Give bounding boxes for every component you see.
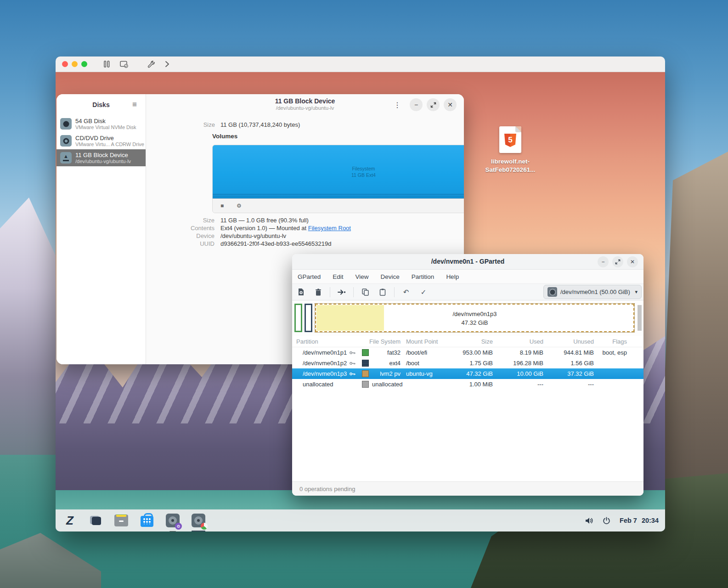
caret-down-icon: ▾ — [635, 289, 638, 295]
menu-view[interactable]: View — [356, 273, 369, 280]
gparted-window-title: /dev/nvme0n1 - GParted — [292, 258, 643, 265]
chevron-right-icon[interactable] — [165, 61, 169, 68]
running-indicator — [169, 531, 176, 531]
sidebar-item-11gb-block-device[interactable]: ▲ 11 GB Block Device /dev/ubuntu-vg/ubun… — [56, 149, 146, 166]
volume-details: Size 11 GB — 1.0 GB free (90.3% full) Co… — [146, 217, 459, 248]
partition-table-header: Partition File System Mount Point Size U… — [292, 336, 643, 347]
undo-icon[interactable]: ↶ — [397, 285, 415, 299]
partition-segment-p3-selected[interactable]: /dev/nvme0n1p3 47.32 GiB — [315, 304, 634, 332]
snapshot-icon[interactable] — [120, 61, 129, 68]
disks-headerbar: 11 GB Block Device /dev/ubuntu-vg/ubuntu… — [146, 94, 464, 115]
partition-bar-visualization: /dev/nvme0n1p3 47.32 GiB — [292, 300, 643, 336]
partition-table: Partition File System Mount Point Size U… — [292, 336, 643, 481]
fs-color-swatch-unallocated — [362, 381, 369, 388]
desktop-file-librewolf[interactable]: 5 librewolf.net- SatFeb0720261... — [480, 126, 540, 174]
eject-volume-icon: ▲ — [60, 152, 72, 164]
power-icon[interactable] — [603, 517, 610, 525]
toolbar-separator — [394, 287, 395, 297]
partition-segment-p2[interactable] — [305, 304, 312, 332]
disks-app-title: Disks — [92, 101, 109, 108]
kebab-menu-icon[interactable]: ⋮ — [391, 98, 403, 111]
menu-help[interactable]: Help — [446, 273, 459, 280]
active-running-indicator — [192, 531, 205, 531]
gparted-minimize-button[interactable]: − — [598, 256, 609, 267]
gparted-app-button[interactable] — [191, 513, 206, 528]
gparted-menubar: GParted Edit View Device Partition Help — [292, 270, 643, 283]
toolbar-separator — [353, 287, 354, 297]
pause-vm-icon[interactable] — [104, 61, 110, 68]
file-fold-corner — [515, 126, 521, 132]
hamburger-menu-icon[interactable]: ≡ — [129, 100, 140, 110]
delete-partition-icon[interactable] — [310, 285, 327, 299]
operations-pending-text: 0 operations pending — [299, 486, 355, 492]
volume-toolbar: ■ ⚙ — [213, 198, 464, 213]
sidebar-item-cd-dvd-drive[interactable]: CD/DVD Drive VMware Virtu... A CDRW Driv… — [56, 132, 146, 149]
new-partition-icon[interactable] — [292, 285, 310, 299]
volume-settings-gears-icon[interactable]: ⚙ — [231, 200, 247, 212]
unallocated-sliver — [638, 305, 642, 331]
zorin-logo-icon: Z — [66, 514, 73, 528]
desktop-file-label: librewolf.net- SatFeb0720261... — [480, 158, 540, 174]
clock[interactable]: Feb 7 20:34 — [620, 517, 659, 524]
file-manager-button[interactable] — [113, 513, 129, 528]
optical-disc-icon — [60, 135, 72, 147]
gparted-maximize-button[interactable] — [612, 256, 623, 267]
html-file-icon: 5 — [499, 126, 521, 153]
menu-device[interactable]: Device — [381, 273, 400, 280]
software-store-button[interactable] — [139, 513, 155, 528]
vm-close-button[interactable] — [62, 61, 68, 67]
gparted-window: /dev/nvme0n1 - GParted − ✕ GParted Edit … — [292, 254, 643, 496]
fs-color-swatch-ext4 — [362, 360, 369, 367]
wrench-settings-icon[interactable] — [147, 60, 155, 68]
fs-color-swatch-lvm2 — [362, 370, 369, 377]
table-row-nvme0n1p3-selected[interactable]: /dev/nvme0n1p3 lvm2 pv ubuntu-vg 47.32 G… — [292, 368, 643, 379]
status-bar: 0 operations pending — [292, 481, 643, 496]
table-row-nvme0n1p1[interactable]: /dev/nvme0n1p1 fat32 /boot/efi 953.00 Mi… — [292, 347, 643, 358]
gparted-titlebar: /dev/nvme0n1 - GParted − ✕ — [292, 254, 643, 270]
file-manager-icon — [114, 514, 128, 526]
fs-color-swatch-fat32 — [362, 349, 369, 356]
clock-date: Feb 7 — [620, 517, 637, 524]
vm-minimize-button[interactable] — [72, 61, 78, 67]
gparted-close-button[interactable]: ✕ — [627, 256, 638, 267]
device-selector-value: /dev/nvme0n1 (50.00 GiB) — [560, 288, 632, 295]
apply-operations-icon[interactable]: ✓ — [415, 285, 432, 299]
disks-close-button[interactable]: ✕ — [444, 98, 457, 111]
toolbar-separator — [330, 287, 330, 297]
vm-titlebar — [56, 57, 665, 72]
volume-speaker-icon[interactable] — [585, 517, 593, 525]
volume-segment-filesystem[interactable]: Filesystem 11 GB Ext4 ★▶ — [213, 145, 464, 199]
device-disk-icon — [547, 287, 557, 297]
volume-segment-label: Filesystem 11 GB Ext4 — [213, 165, 464, 178]
paste-partition-icon[interactable] — [374, 285, 391, 299]
table-row-nvme0n1p2[interactable]: /dev/nvme0n1p2 ext4 /boot 1.75 GiB 196.2… — [292, 358, 643, 368]
vm-window: 5 librewolf.net- SatFeb0720261... Disks … — [56, 57, 665, 531]
table-row-unallocated[interactable]: unallocated unallocated 1.00 MiB --- --- — [292, 379, 643, 390]
resize-move-icon[interactable] — [333, 285, 350, 299]
copy-partition-icon[interactable] — [356, 285, 374, 299]
sidebar-item-54gb-disk[interactable]: 54 GB Disk VMware Virtual NVMe Disk — [56, 115, 146, 132]
disks-sidebar: Disks ≡ 54 GB Disk VMware Virtual NVMe D… — [56, 94, 146, 364]
menu-gparted[interactable]: GParted — [298, 273, 321, 280]
device-selector-dropdown[interactable]: /dev/nvme0n1 (50.00 GiB) ▾ — [543, 285, 642, 299]
zorin-menu-button[interactable]: Z — [62, 513, 78, 528]
menu-edit[interactable]: Edit — [333, 273, 343, 280]
guest-desktop: 5 librewolf.net- SatFeb0720261... Disks … — [56, 72, 665, 531]
volumes-heading: Volumes — [212, 133, 237, 140]
menu-partition[interactable]: Partition — [412, 273, 435, 280]
clock-time: 20:34 — [642, 517, 659, 524]
disks-app-button[interactable]: ⚙ — [165, 513, 181, 528]
filesystem-root-link[interactable]: Filesystem Root — [308, 225, 351, 232]
key-icon — [350, 372, 356, 376]
key-icon — [350, 351, 356, 355]
hard-disk-icon — [60, 118, 72, 130]
workspace-switcher-button[interactable] — [88, 513, 103, 528]
disks-maximize-button[interactable] — [427, 98, 440, 111]
vm-zoom-button[interactable] — [81, 61, 87, 67]
disks-minimize-button[interactable]: − — [410, 98, 423, 111]
partition-segment-p1[interactable] — [294, 304, 302, 332]
unmount-stop-icon[interactable]: ■ — [214, 200, 230, 212]
guest-taskbar: Z ⚙ — [56, 509, 665, 531]
volumes-frame: Filesystem 11 GB Ext4 ★▶ ■ ⚙ — [212, 145, 464, 213]
html5-shield-icon: 5 — [504, 134, 516, 147]
